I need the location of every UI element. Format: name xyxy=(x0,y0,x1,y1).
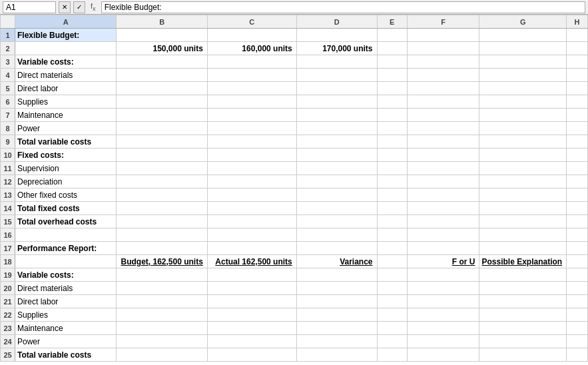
row-header-10[interactable]: 10 xyxy=(1,149,15,162)
cell-G2[interactable] xyxy=(479,42,567,55)
cell-C13[interactable] xyxy=(207,188,296,202)
cell-D2[interactable]: 170,000 units xyxy=(296,42,377,55)
row-header-24[interactable]: 24 xyxy=(1,335,15,348)
cell-C11[interactable] xyxy=(207,162,296,175)
cell-G18[interactable]: Possible Explanation xyxy=(479,255,567,268)
row-header-6[interactable]: 6 xyxy=(1,95,15,109)
cell-H13[interactable] xyxy=(567,188,588,202)
cell-F8[interactable] xyxy=(407,122,479,135)
cell-G25[interactable] xyxy=(479,348,567,362)
cell-D24[interactable] xyxy=(296,335,377,348)
cell-C23[interactable] xyxy=(207,322,296,335)
cell-E9[interactable] xyxy=(377,135,407,149)
row-header-23[interactable]: 23 xyxy=(1,322,15,335)
cell-D23[interactable] xyxy=(296,322,377,335)
cell-B24[interactable] xyxy=(117,335,207,348)
cell-H8[interactable] xyxy=(567,122,588,135)
cell-G23[interactable] xyxy=(479,322,567,335)
cell-E23[interactable] xyxy=(377,322,407,335)
row-header-22[interactable]: 22 xyxy=(1,308,15,322)
cell-C9[interactable] xyxy=(207,135,296,149)
cell-B11[interactable] xyxy=(117,162,207,175)
cell-F1[interactable] xyxy=(407,29,479,42)
formula-input[interactable] xyxy=(101,1,585,13)
cell-A17[interactable]: Performance Report: xyxy=(15,242,117,255)
cell-H20[interactable] xyxy=(567,282,588,295)
cell-G24[interactable] xyxy=(479,335,567,348)
cell-E10[interactable] xyxy=(377,149,407,162)
cell-H19[interactable] xyxy=(567,268,588,282)
cell-G22[interactable] xyxy=(479,308,567,322)
cell-C21[interactable] xyxy=(207,295,296,308)
cell-B19[interactable] xyxy=(117,268,207,282)
row-header-21[interactable]: 21 xyxy=(1,295,15,308)
cell-F15[interactable] xyxy=(407,215,479,228)
cell-A23[interactable]: Maintenance xyxy=(15,322,117,335)
row-header-16[interactable]: 16 xyxy=(1,228,15,242)
cell-H25[interactable] xyxy=(567,348,588,362)
cell-A10[interactable]: Fixed costs: xyxy=(15,149,117,162)
cell-C16[interactable] xyxy=(207,228,296,242)
cell-C10[interactable] xyxy=(207,149,296,162)
row-header-20[interactable]: 20 xyxy=(1,282,15,295)
col-header-e[interactable]: E xyxy=(377,15,407,29)
col-header-c[interactable]: C xyxy=(207,15,296,29)
cell-C19[interactable] xyxy=(207,268,296,282)
cell-A3[interactable]: Variable costs: xyxy=(15,55,117,69)
cell-C7[interactable] xyxy=(207,109,296,122)
cell-A16[interactable] xyxy=(15,228,117,242)
row-header-14[interactable]: 14 xyxy=(1,202,15,215)
cell-B4[interactable] xyxy=(117,69,207,82)
cell-G3[interactable] xyxy=(479,55,567,69)
cell-E3[interactable] xyxy=(377,55,407,69)
cell-D11[interactable] xyxy=(296,162,377,175)
cell-F23[interactable] xyxy=(407,322,479,335)
cell-G9[interactable] xyxy=(479,135,567,149)
cell-A2[interactable] xyxy=(15,42,117,55)
cell-A13[interactable]: Other fixed costs xyxy=(15,188,117,202)
cell-D3[interactable] xyxy=(296,55,377,69)
cell-B23[interactable] xyxy=(117,322,207,335)
cell-A12[interactable]: Depreciation xyxy=(15,175,117,188)
cell-A7[interactable]: Maintenance xyxy=(15,109,117,122)
cell-A19[interactable]: Variable costs: xyxy=(15,268,117,282)
cell-D14[interactable] xyxy=(296,202,377,215)
cell-D8[interactable] xyxy=(296,122,377,135)
cell-G13[interactable] xyxy=(479,188,567,202)
cell-B7[interactable] xyxy=(117,109,207,122)
cancel-formula-btn[interactable]: ✕ xyxy=(59,1,71,13)
cell-F19[interactable] xyxy=(407,268,479,282)
cell-D10[interactable] xyxy=(296,149,377,162)
cell-D16[interactable] xyxy=(296,228,377,242)
cell-H2[interactable] xyxy=(567,42,588,55)
row-header-25[interactable]: 25 xyxy=(1,348,15,362)
cell-B15[interactable] xyxy=(117,215,207,228)
cell-H6[interactable] xyxy=(567,95,588,109)
col-header-d[interactable]: D xyxy=(296,15,377,29)
cell-A20[interactable]: Direct materials xyxy=(15,282,117,295)
cell-B12[interactable] xyxy=(117,175,207,188)
cell-E22[interactable] xyxy=(377,308,407,322)
cell-A18[interactable] xyxy=(15,255,117,268)
cell-H16[interactable] xyxy=(567,228,588,242)
cell-F24[interactable] xyxy=(407,335,479,348)
row-header-1[interactable]: 1 xyxy=(1,29,15,42)
cell-D17[interactable] xyxy=(296,242,377,255)
cell-C1[interactable] xyxy=(207,29,296,42)
cell-E11[interactable] xyxy=(377,162,407,175)
cell-H9[interactable] xyxy=(567,135,588,149)
cell-A24[interactable]: Power xyxy=(15,335,117,348)
row-header-4[interactable]: 4 xyxy=(1,69,15,82)
cell-G6[interactable] xyxy=(479,95,567,109)
cell-C25[interactable] xyxy=(207,348,296,362)
cell-E7[interactable] xyxy=(377,109,407,122)
cell-F16[interactable] xyxy=(407,228,479,242)
cell-E21[interactable] xyxy=(377,295,407,308)
cell-G1[interactable] xyxy=(479,29,567,42)
cell-B25[interactable] xyxy=(117,348,207,362)
cell-E20[interactable] xyxy=(377,282,407,295)
cell-C18[interactable]: Actual 162,500 units xyxy=(207,255,296,268)
cell-G10[interactable] xyxy=(479,149,567,162)
cell-C8[interactable] xyxy=(207,122,296,135)
cell-H7[interactable] xyxy=(567,109,588,122)
